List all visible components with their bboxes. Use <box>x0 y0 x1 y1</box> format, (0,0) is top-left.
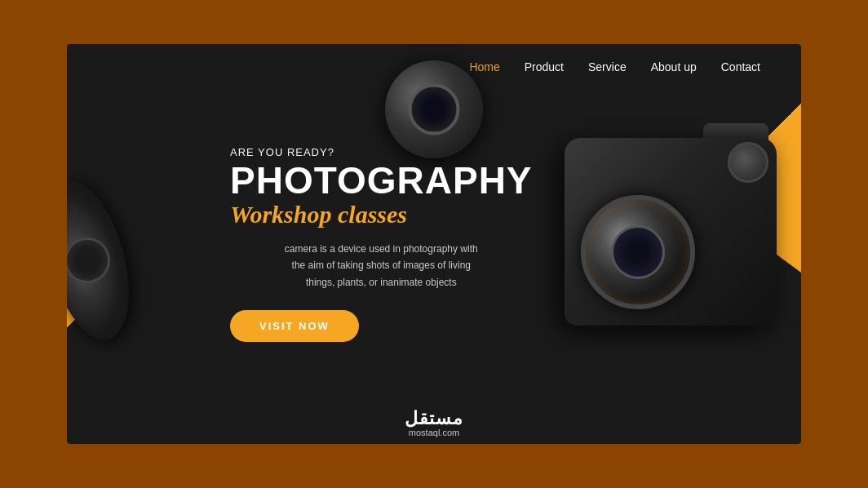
hero-description: camera is a device used in photography w… <box>230 241 533 291</box>
lens-left-decoration <box>67 179 181 342</box>
lens-shape <box>67 172 144 348</box>
nav-link-product[interactable]: Product <box>525 60 564 73</box>
camera-body-decoration <box>565 138 793 350</box>
watermark-logo: مستقل <box>405 408 463 429</box>
hero-sub-title: Workshop classes <box>230 201 533 228</box>
watermark-url: mostaql.com <box>405 428 463 437</box>
nav-link-service[interactable]: Service <box>588 60 627 73</box>
nav-item-product[interactable]: Product <box>525 60 564 74</box>
hero-pre-title: ARE YOU READY? <box>230 146 533 158</box>
lens-top-shape <box>385 60 483 158</box>
camera-dial <box>728 142 768 183</box>
camera-lens-front <box>581 195 695 309</box>
nav-item-about[interactable]: About up <box>651 60 697 74</box>
nav-item-service[interactable]: Service <box>588 60 627 74</box>
hero-content: ARE YOU READY? PHOTOGRAPHY Workshop clas… <box>230 146 533 342</box>
nav-link-contact[interactable]: Contact <box>721 60 760 73</box>
camera-shape <box>565 138 777 326</box>
watermark: مستقل mostaql.com <box>405 408 463 437</box>
main-container: Home Product Service About up Contact <box>67 44 801 444</box>
hero-main-title: PHOTOGRAPHY <box>230 162 533 199</box>
lens-top-decoration <box>385 60 483 158</box>
visit-now-button[interactable]: VISIT NOW <box>230 310 359 342</box>
nav-item-contact[interactable]: Contact <box>721 60 760 74</box>
nav-link-about[interactable]: About up <box>651 60 697 73</box>
nav-links: Home Product Service About up Contact <box>469 60 760 74</box>
